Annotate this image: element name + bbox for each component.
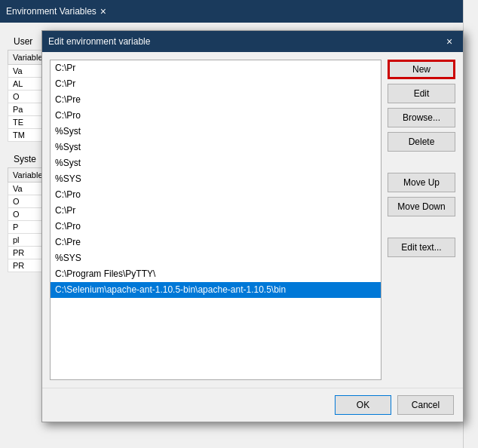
- ok-button[interactable]: OK: [335, 395, 391, 415]
- buttons-column: New Edit Browse... Delete Move Up Move D…: [388, 60, 455, 380]
- new-button[interactable]: New: [388, 60, 455, 79]
- list-item[interactable]: %SYS: [51, 171, 381, 187]
- edit-dialog-title: Edit environment variable: [48, 36, 150, 47]
- list-item[interactable]: [51, 298, 381, 343]
- list-item[interactable]: %Syst: [51, 155, 381, 171]
- edit-dialog-close-btn[interactable]: ×: [442, 35, 457, 48]
- env-vars-titlebar: Environment Variables ×: [0, 0, 478, 23]
- list-item[interactable]: %Syst: [51, 140, 381, 155]
- edit-dialog-titlebar: Edit environment variable ×: [42, 31, 463, 52]
- list-item[interactable]: C:\Program Files\PyTTY\: [51, 266, 381, 282]
- browse-button[interactable]: Browse...: [388, 108, 455, 127]
- edit-dialog: Edit environment variable × C:\Pr C:\Pr …: [41, 30, 464, 422]
- env-vars-title: Environment Variables: [6, 6, 97, 17]
- env-vars-close-btn[interactable]: ×: [97, 5, 110, 18]
- move-down-button[interactable]: Move Down: [388, 197, 455, 216]
- list-item[interactable]: C:\Pr: [51, 203, 381, 219]
- list-item[interactable]: C:\Pre: [51, 92, 381, 108]
- move-up-button[interactable]: Move Up: [388, 173, 455, 192]
- edit-dialog-footer: OK Cancel: [42, 388, 463, 422]
- list-item[interactable]: C:\Pr: [51, 76, 381, 92]
- list-item[interactable]: C:\Pro: [51, 187, 381, 203]
- list-item[interactable]: C:\Pro: [51, 108, 381, 124]
- right-edge: [463, 0, 478, 448]
- list-item[interactable]: C:\Pre: [51, 235, 381, 250]
- edit-text-button[interactable]: Edit text...: [388, 238, 455, 257]
- list-item[interactable]: %Syst: [51, 124, 381, 140]
- delete-button[interactable]: Delete: [388, 132, 455, 152]
- list-item-selected[interactable]: C:\Selenium\apache-ant-1.10.5-bin\apache…: [51, 282, 381, 298]
- list-item[interactable]: C:\Pr: [51, 60, 381, 76]
- list-item[interactable]: %SYS: [51, 250, 381, 266]
- edit-dialog-body: C:\Pr C:\Pr C:\Pre C:\Pro %Syst %Syst %S…: [42, 52, 463, 388]
- list-item[interactable]: C:\Pro: [51, 219, 381, 235]
- path-list[interactable]: C:\Pr C:\Pr C:\Pre C:\Pro %Syst %Syst %S…: [50, 60, 381, 380]
- edit-button[interactable]: Edit: [388, 84, 455, 103]
- cancel-button[interactable]: Cancel: [397, 395, 454, 415]
